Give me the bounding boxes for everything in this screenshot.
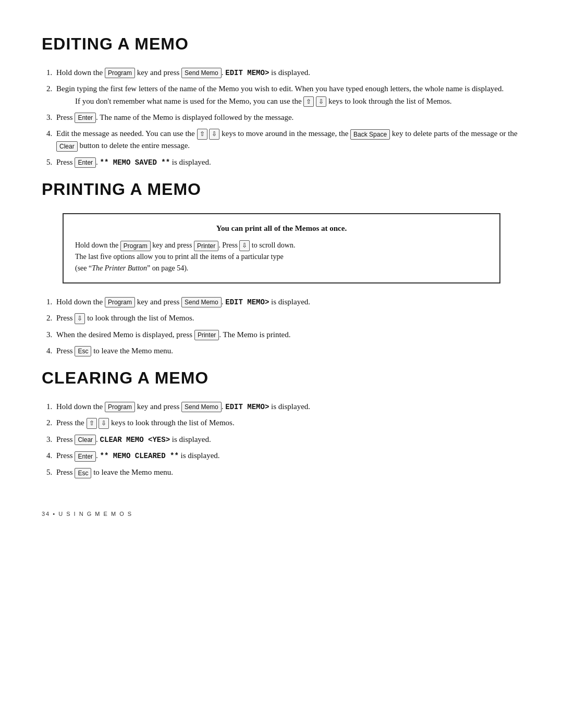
printing-note-title: You can print all of the Memos at once. — [75, 223, 488, 235]
program-key-p1: Program — [105, 297, 135, 307]
clearing-steps-list: Hold down the Program key and press Send… — [54, 401, 521, 479]
program-key-note: Program — [120, 241, 151, 251]
clearing-section: CLEARING A MEMO Hold down the Program ke… — [42, 365, 521, 478]
printing-title: PRINTING A MEMO — [42, 177, 521, 203]
esc-key-c5: Esc — [75, 468, 91, 478]
editing-step-3: Press Enter. The name of the Memo is dis… — [54, 112, 521, 124]
edit-memo-display-p1: EDIT MEMO> — [225, 298, 269, 306]
enter-key-2: Enter — [75, 157, 96, 168]
page-footer: 34 • U S I N G M E M O S — [42, 510, 521, 519]
edit-memo-display-1: EDIT MEMO> — [225, 69, 269, 77]
edit-memo-display-c1: EDIT MEMO> — [225, 403, 269, 411]
clear-key-1: Clear — [56, 141, 78, 152]
clear-key-c3: Clear — [75, 435, 96, 445]
editing-steps-list: Hold down the Program key and press Send… — [54, 67, 521, 169]
printer-key-p3: Printer — [194, 330, 219, 340]
esc-key-p4: Esc — [75, 346, 91, 356]
editing-title: EDITING A MEMO — [42, 31, 521, 57]
editing-step-5: Press Enter. ** MEMO SAVED ** is display… — [54, 156, 521, 169]
up-arrow-c2: ⇧ — [87, 418, 97, 429]
printing-steps-list: Hold down the Program key and press Send… — [54, 296, 521, 357]
enter-key-1: Enter — [75, 113, 96, 123]
up-arrow-key-1: ⇧ — [303, 96, 314, 107]
back-space-key: Back Space — [350, 129, 390, 140]
printing-note-box: You can print all of the Memos at once. … — [63, 213, 500, 283]
memo-saved-display: ** MEMO SAVED ** — [100, 158, 170, 167]
printing-step-4: Press Esc to leave the Memo menu. — [54, 345, 521, 357]
down-arrow-c2: ⇩ — [99, 418, 109, 429]
clearing-step-5: Press Esc to leave the Memo menu. — [54, 466, 521, 478]
clear-memo-display: CLEAR MEMO <YES> — [100, 436, 170, 444]
editing-step-2-note: If you don't remember what name is used … — [75, 95, 521, 107]
printing-step-3: When the desired Memo is displayed, pres… — [54, 329, 521, 341]
program-key-c1: Program — [105, 402, 135, 412]
printing-step-2: Press ⇩ to look through the list of Memo… — [54, 312, 521, 324]
clearing-step-2: Press the ⇧ ⇩ keys to look through the l… — [54, 417, 521, 429]
clearing-step-1: Hold down the Program key and press Send… — [54, 401, 521, 413]
editing-step-4: Edit the message as needed. You can use … — [54, 128, 521, 152]
clearing-step-4: Press Enter. ** MEMO CLEARED ** is displ… — [54, 450, 521, 462]
printer-key-note: Printer — [194, 241, 218, 251]
enter-key-c4: Enter — [75, 451, 96, 462]
editing-step-1: Hold down the Program key and press Send… — [54, 67, 521, 79]
send-memo-key-c1: Send Memo — [181, 402, 222, 412]
editing-section: EDITING A MEMO Hold down the Program key… — [42, 31, 521, 168]
down-arrow-note: ⇩ — [239, 240, 250, 251]
clearing-title: CLEARING A MEMO — [42, 365, 521, 391]
printing-note-body: Hold down the Program key and press Prin… — [75, 240, 488, 274]
program-key-1: Program — [105, 68, 135, 78]
up-arrow-key-2: ⇧ — [197, 129, 207, 140]
send-memo-key-1: Send Memo — [181, 68, 222, 78]
printing-section: PRINTING A MEMO You can print all of the… — [42, 177, 521, 357]
printer-button-ref: The Printer Button — [92, 264, 147, 272]
send-memo-key-p1: Send Memo — [181, 297, 222, 307]
down-arrow-p2: ⇩ — [75, 313, 85, 324]
memo-cleared-display: ** MEMO CLEARED ** — [100, 452, 179, 460]
printing-step-1: Hold down the Program key and press Send… — [54, 296, 521, 309]
down-arrow-key-1: ⇩ — [316, 96, 326, 107]
editing-step-2: Begin typing the first few letters of th… — [54, 83, 521, 107]
clearing-step-3: Press Clear. CLEAR MEMO <YES> is display… — [54, 434, 521, 446]
down-arrow-key-2: ⇩ — [209, 129, 219, 140]
